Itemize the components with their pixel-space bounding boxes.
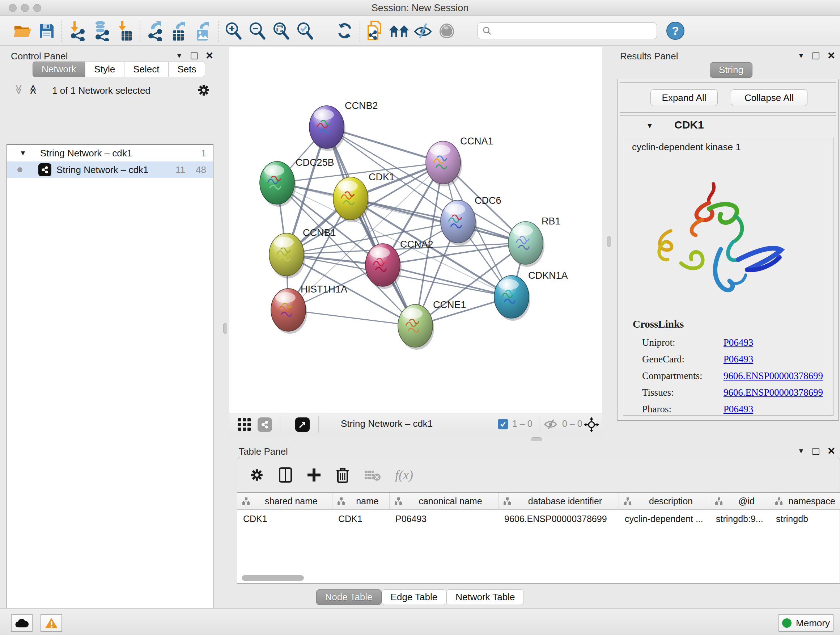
tab-select[interactable]: Select bbox=[124, 62, 168, 77]
fit-content-crosshair-icon[interactable] bbox=[584, 417, 599, 432]
column-header[interactable]: name bbox=[332, 493, 390, 510]
network-edge[interactable] bbox=[288, 310, 415, 326]
network-options-gear-icon[interactable] bbox=[197, 83, 210, 97]
zoom-fit-button[interactable] bbox=[269, 19, 293, 43]
crosslink-link[interactable]: P06493 bbox=[723, 337, 753, 348]
network-node-RB1[interactable]: RB1 bbox=[508, 216, 561, 267]
hidden-eye-slash-icon bbox=[543, 419, 558, 430]
table-cell[interactable]: stringdb bbox=[770, 511, 840, 527]
export-table-button[interactable] bbox=[167, 19, 191, 43]
tab-network-table[interactable]: Network Table bbox=[447, 589, 524, 605]
float-panel-icon[interactable] bbox=[191, 52, 197, 59]
selected-checkbox-icon[interactable] bbox=[498, 419, 508, 429]
table-panel-controls: ▼ ✕ bbox=[798, 445, 835, 457]
title-bar: Session: New Session bbox=[0, 0, 840, 16]
import-database-icon bbox=[91, 20, 111, 41]
toolbar-divider bbox=[360, 19, 360, 42]
gene-details: cyclin-dependent kinase 1 bbox=[623, 137, 834, 416]
network-node-CCNE1[interactable]: CCNE1 bbox=[398, 299, 466, 350]
zoom-selected-button[interactable] bbox=[293, 19, 317, 43]
tab-node-table[interactable]: Node Table bbox=[316, 589, 382, 605]
table-cell[interactable]: CDK1 bbox=[237, 511, 332, 527]
table-cell[interactable]: stringdb:9... bbox=[710, 511, 770, 527]
hide-selected-button[interactable] bbox=[411, 19, 435, 43]
svg-text:CDKN1A: CDKN1A bbox=[528, 270, 568, 281]
crosslink-link[interactable]: 9606.ENSP00000378699 bbox=[723, 387, 823, 398]
network-collection-row[interactable]: ▼ String Network – cdk1 1 bbox=[7, 145, 213, 162]
network-node-HIST1H1A[interactable]: HIST1H1A bbox=[271, 284, 347, 334]
save-session-button[interactable] bbox=[35, 19, 58, 43]
crosslink-link[interactable]: P06493 bbox=[723, 404, 753, 415]
delete-column-icon[interactable] bbox=[336, 467, 349, 483]
float-panel-icon[interactable] bbox=[813, 52, 819, 59]
collapse-panel-icon[interactable]: ▼ bbox=[176, 52, 183, 60]
warnings-button[interactable] bbox=[41, 614, 62, 632]
horizontal-splitter-handle[interactable] bbox=[531, 437, 542, 441]
export-network-button[interactable] bbox=[143, 19, 167, 43]
right-splitter-handle[interactable] bbox=[607, 236, 611, 247]
network-node-CDC25B[interactable]: CDC25B bbox=[260, 157, 334, 207]
import-table-file-button[interactable] bbox=[113, 19, 137, 43]
expand-all-button[interactable]: Expand All bbox=[651, 89, 718, 106]
table-cell[interactable]: P06493 bbox=[390, 511, 499, 527]
table-horizontal-scrollbar[interactable] bbox=[242, 575, 304, 581]
section-expander-icon[interactable]: ▼ bbox=[646, 122, 653, 130]
open-session-button[interactable] bbox=[11, 19, 35, 43]
collapse-all-button[interactable]: Collapse All bbox=[731, 89, 807, 106]
network-node-CCNB2[interactable]: CCNB2 bbox=[309, 100, 378, 151]
table-cell[interactable]: 9606.ENSP00000378699 bbox=[499, 511, 619, 527]
birds-eye-view-icon[interactable] bbox=[295, 417, 309, 432]
network-edge[interactable] bbox=[327, 127, 415, 326]
import-network-database-button[interactable] bbox=[89, 19, 113, 43]
column-header[interactable]: database identifier bbox=[499, 493, 619, 510]
network-node-CDKN1A[interactable]: CDKN1A bbox=[494, 270, 568, 321]
tab-style[interactable]: Style bbox=[85, 62, 124, 77]
column-header[interactable]: @id bbox=[710, 493, 770, 510]
cloud-status-button[interactable] bbox=[11, 614, 33, 632]
duplicate-network-button[interactable] bbox=[363, 19, 387, 43]
search-input[interactable] bbox=[495, 25, 652, 36]
svg-text:CCNA2: CCNA2 bbox=[400, 239, 433, 250]
show-all-button[interactable] bbox=[435, 19, 459, 43]
float-panel-icon[interactable] bbox=[813, 448, 819, 455]
zoom-out-button[interactable] bbox=[245, 19, 269, 43]
tab-edge-table[interactable]: Edge Table bbox=[382, 589, 447, 605]
collapse-panel-icon[interactable]: ▼ bbox=[798, 447, 805, 455]
zoom-in-button[interactable] bbox=[221, 19, 245, 43]
network-node-CDC6[interactable]: CDC6 bbox=[441, 195, 501, 245]
column-header[interactable]: shared name bbox=[237, 493, 332, 510]
close-panel-icon[interactable]: ✕ bbox=[827, 445, 836, 457]
string-network-icon bbox=[38, 163, 51, 176]
import-network-file-button[interactable] bbox=[65, 19, 89, 43]
close-panel-icon[interactable]: ✕ bbox=[205, 50, 214, 62]
crosslink-link[interactable]: 9606.ENSP00000378699 bbox=[723, 371, 823, 381]
left-splitter-handle[interactable] bbox=[223, 323, 227, 334]
tab-network[interactable]: Network bbox=[33, 62, 85, 77]
table-cell[interactable]: CDK1 bbox=[332, 511, 390, 527]
export-image-button[interactable] bbox=[191, 19, 215, 43]
help-button[interactable]: ? bbox=[663, 19, 687, 43]
crosslink-row: Pharos: P06493 bbox=[642, 401, 823, 417]
tab-sets[interactable]: Sets bbox=[168, 62, 205, 77]
memory-button[interactable]: Memory bbox=[778, 614, 834, 632]
close-panel-icon[interactable]: ✕ bbox=[827, 50, 836, 62]
tree-expander-icon[interactable]: ▼ bbox=[19, 149, 27, 157]
column-header[interactable]: namespace bbox=[770, 493, 840, 510]
home-layout-button[interactable] bbox=[387, 19, 411, 43]
string-view-icon[interactable] bbox=[257, 417, 272, 432]
column-header[interactable]: description bbox=[619, 493, 710, 510]
column-header[interactable]: canonical name bbox=[390, 493, 499, 510]
table-cell[interactable]: cyclin-dependent ... bbox=[619, 511, 710, 527]
svg-text:CDC25B: CDC25B bbox=[295, 157, 334, 168]
collapse-panel-icon[interactable]: ▼ bbox=[798, 52, 805, 60]
tab-string[interactable]: String bbox=[710, 62, 752, 78]
network-canvas[interactable]: CCNB2CCNA1CDC25BCDK1CDC6RB1CCNB1CCNA2CDK… bbox=[229, 47, 602, 413]
crosslink-link[interactable]: P06493 bbox=[723, 354, 753, 364]
control-panel: Control Panel ▼ ✕ Network Style Select S… bbox=[0, 46, 226, 608]
table-settings-gear-icon[interactable] bbox=[249, 468, 264, 482]
grid-view-icon[interactable] bbox=[237, 417, 252, 432]
network-row-selected[interactable]: String Network – cdk1 11 48 bbox=[7, 162, 213, 178]
add-column-icon[interactable] bbox=[307, 468, 321, 482]
refresh-button[interactable] bbox=[333, 19, 357, 43]
show-columns-icon[interactable] bbox=[279, 467, 292, 483]
